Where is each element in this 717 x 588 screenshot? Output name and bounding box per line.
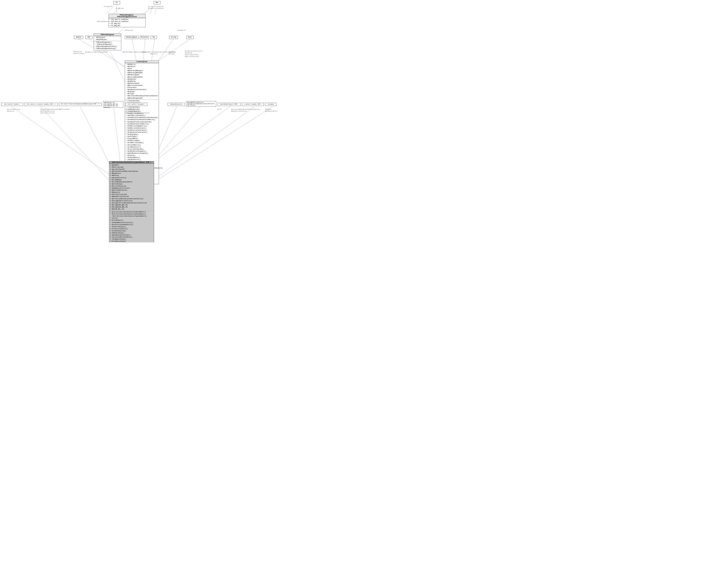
mfixednodedisp-label: mFixedNodeDisplacements <box>40 108 60 110</box>
svg-line-18 <box>40 107 111 182</box>
mnumnewton-label: mNumNewtonIterations <box>265 110 277 112</box>
svg-line-24 <box>153 107 254 180</box>
abstraction-assembler-box: AbstractionLinearElasticityAssembler< DI… <box>109 161 154 243</box>
mhsvector-label: mHsVector <box>150 53 158 55</box>
svg-line-19 <box>80 107 111 166</box>
mkspsetup-label: mKspSetup <box>185 52 192 54</box>
svg-line-26 <box>114 108 120 162</box>
msize-label: mSize <box>142 51 146 53</box>
mplinearsystem-label: mpLinearSystem <box>125 110 137 112</box>
pc-box: PC <box>113 1 120 4</box>
mnumdofs-label: mNumDofs <box>265 108 272 110</box>
svg-line-25 <box>153 107 272 182</box>
svg-line-23 <box>153 107 230 162</box>
svg-line-12 <box>151 39 155 61</box>
mmatrixisconstant-label: mMatrixIsConstant <box>185 56 199 58</box>
petscint-box: PetscInt <box>140 36 149 39</box>
mksptype-label: mKspType <box>169 51 175 53</box>
svg-line-17 <box>12 107 111 175</box>
mpblockdiagonalpc-label: mpBlockDiagonalPC <box>94 51 108 53</box>
svg-line-9 <box>109 50 125 83</box>
matnullspace-box: MatNullSpace <box>125 36 139 39</box>
mdestroymatandvec-label: mDestroyMatAndVec <box>185 54 199 56</box>
pcblockdiagonal-box: PCBlockDiagonal - mPCContext - mKspPCObj… <box>94 34 121 50</box>
std-vector-unsigned-box: std::vector< unsigned > <box>125 103 147 106</box>
mtolerance-label: mTolerance <box>74 51 82 52</box>
musing-box: mUsingBodyForceFunction mUsingTractionBo… <box>186 101 216 107</box>
mat-box: Mat <box>153 1 161 4</box>
mdeformedposition-label: mDeformedPosition <box>40 110 55 112</box>
mptraction-label: mpTractionBoundaryConditionFunction <box>231 108 260 110</box>
ksp-box: KSP <box>85 36 93 39</box>
mpbodyforce-label: mpBodyForceFunction <box>231 110 247 112</box>
mkspsolver-label: mKspSolver <box>85 51 93 53</box>
unsigned-box: unsigned <box>265 103 276 106</box>
museabstolerance-label: mUseAbsoluteTolerance <box>185 50 202 52</box>
msurfacetractions-label: mSurfaceTractions <box>40 112 55 114</box>
svg-line-22 <box>153 106 201 162</box>
mfixednodes-label: mFixedNodes <box>125 108 135 110</box>
fourthordertensor-box: FourthOrderTensor< DIM > <box>218 103 241 106</box>
mcurrentsolution-label: mCurrentSolution <box>7 108 20 110</box>
mpccontext-label: mPCContext <box>125 29 133 31</box>
mpprecondition-label: mpPreconditionMatLinearSystem <box>125 112 149 114</box>
double-box: double <box>74 36 83 39</box>
mpetscpcobject-label: mPetscPCObject <box>97 21 108 22</box>
moutputdirectory-box: mOutputDirectory <box>168 103 185 106</box>
vec-box: Vec <box>150 36 157 39</box>
svg-line-10 <box>132 39 136 61</box>
pc-amg-a11-label: PC_amg_A11 <box>104 6 112 7</box>
uml-diagram: PC Mat PC_amg_A11 PC_amg_A22 A11_matrix_… <box>0 0 277 243</box>
mmateriallaws-label: mMaterialLaws <box>59 108 70 110</box>
std-vector-abstract-box: std::vector< AbstractIncompressibleMater… <box>59 103 102 106</box>
pcblockdiagonalcontext-box: PCBlockDiagonal: PCBlockDiagonalContext … <box>108 14 145 27</box>
mchsmatrix-label: mchsMatrix <box>178 29 186 31</box>
a22-matrix-label: A22_matrix_subblock <box>148 7 164 9</box>
std-vector-double-box: std::vector< double > <box>1 103 23 106</box>
pc-amg-a22-label: PC_amg_A22 <box>116 7 124 9</box>
svg-line-14 <box>158 39 190 61</box>
mmeasures-label: mMeasures <box>7 110 14 112</box>
cvector-box: c_vector< double, DIM > <box>242 103 264 106</box>
mpctype-label: mPcType <box>169 53 175 55</box>
a11-matrix-label: A11_matrix_subblock <box>148 6 164 7</box>
svg-line-11 <box>143 39 145 61</box>
bool-box: bool <box>186 36 193 39</box>
std-vector-cvector-box: std::vector< c_vector< double, DIM > > <box>24 103 58 106</box>
svg-line-2 <box>106 7 113 14</box>
dtdx-label: dt/dX <box>218 108 222 110</box>
newton-vals-box: NEWTON_REL_TOL, MAX_NEWTON_ABS_TOL, MIN_… <box>103 101 123 108</box>
svg-line-13 <box>158 39 174 61</box>
string-box: string <box>169 36 178 39</box>
mnonzerosused-label: mNonZerosUsed <box>74 52 84 54</box>
